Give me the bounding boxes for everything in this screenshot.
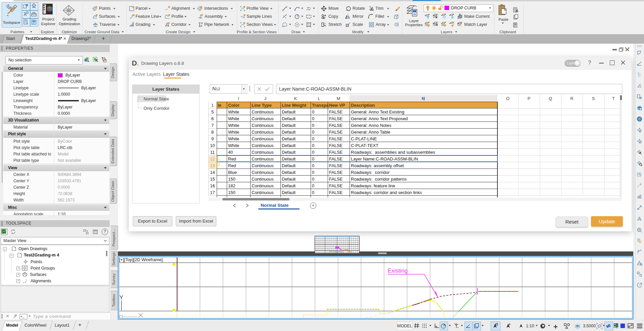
svg-text:#: # [640,130,642,133]
svg-text:[+][Top][2D Wireframe]: [+][Top][2D Wireframe] [119,257,163,262]
svg-text:Y: Y [119,294,123,301]
svg-text:A: A [640,141,642,144]
svg-text:Existing: Existing [388,268,408,274]
